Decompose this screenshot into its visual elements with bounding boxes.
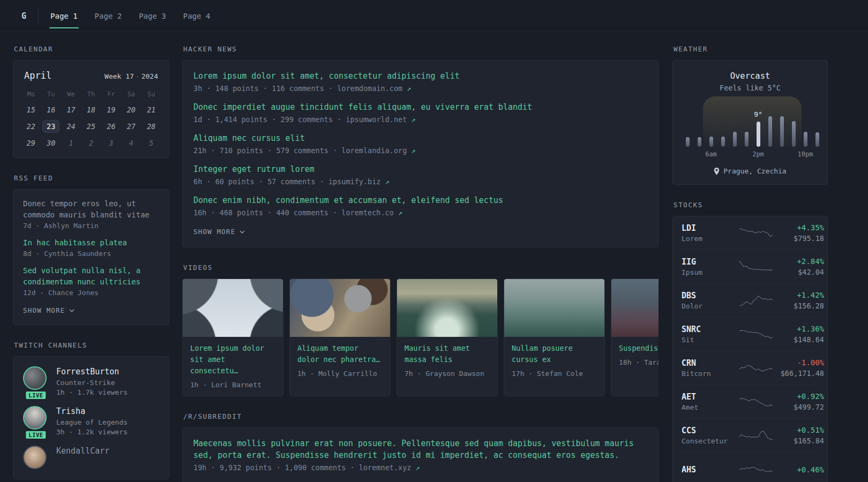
show-more-label: SHOW MORE (193, 228, 236, 236)
rss-item-title[interactable]: Sed volutpat nulla nisl, a condimentum n… (23, 265, 159, 288)
hackernews-show-more-button[interactable]: SHOW MORE (193, 228, 245, 236)
hackernews-item-domain-link[interactable]: loremlandia.org (341, 146, 411, 155)
weather-hour-bar (815, 132, 819, 147)
twitch-avatar-wrap: LIVE (23, 406, 49, 436)
twitch-avatar-wrap: LIVE (23, 366, 49, 396)
stock-row[interactable]: SNRCSit+1.36%$148.64 (682, 318, 819, 351)
avatar[interactable] (23, 366, 47, 390)
stock-name: Bitcorn (682, 370, 735, 378)
dashboard: G Page 1Page 2Page 3Page 4 CALENDAR Apri… (0, 0, 868, 482)
stock-identity: AHS (682, 465, 735, 475)
twitch-channel-name[interactable]: Trisha (56, 406, 128, 416)
video-title[interactable]: Nullam posuere cursus ex (512, 343, 597, 365)
rss-item-title[interactable]: Donec tempor eros leo, ut commodo mauris… (23, 198, 159, 221)
video-thumbnail[interactable] (290, 279, 390, 337)
subreddit-item-domain-link[interactable]: loremnet.xyz (359, 463, 416, 472)
video-title[interactable]: Suspendisse diam (619, 343, 659, 354)
video-title[interactable]: Aliquam tempor dolor nec pharetra… (297, 343, 383, 365)
videos-section-title: VIDEOS (183, 263, 659, 272)
rss-item-title[interactable]: In hac habitasse platea (23, 237, 159, 248)
stock-sparkline (738, 394, 774, 410)
video-thumbnail[interactable] (397, 279, 497, 337)
stock-row[interactable]: LDILorem+4.35%$795.18 (682, 216, 819, 250)
calendar-day: 30 (41, 135, 61, 151)
stock-row[interactable]: AETAmet+0.92%$499.72 (682, 385, 819, 419)
calendar-section-title: CALENDAR (14, 45, 169, 53)
hackernews-item: Donec imperdiet augue tincidunt felis al… (193, 101, 647, 124)
stock-row[interactable]: DBSDolor+1.42%$156.28 (682, 284, 819, 318)
hackernews-item-title[interactable]: Donec imperdiet augue tincidunt felis al… (193, 101, 647, 113)
video-card[interactable]: Nullam posuere cursus ex17h · Stefan Col… (504, 278, 605, 396)
hackernews-item-domain-link[interactable]: loremtech.co (341, 208, 398, 217)
weather-section-title: WEATHER (674, 45, 828, 53)
twitch-channel-name[interactable]: ForrestBurton (56, 366, 128, 376)
stock-change: +1.42% (777, 291, 824, 299)
hackernews-item-stats: 3h · 148 points · 116 comments · (193, 84, 337, 93)
calendar-day: 19 (101, 102, 121, 118)
stock-price: $66,171.48 (777, 369, 824, 378)
video-card[interactable]: Mauris sit amet massa felis7h · Grayson … (396, 278, 498, 396)
stock-values: +0.46% (777, 465, 824, 474)
stock-row[interactable]: AHS+0.46% (682, 453, 819, 482)
twitch-channel-category[interactable]: League of Legends (56, 418, 128, 426)
stock-price: $499.72 (777, 403, 824, 411)
stock-identity: CRNBitcorn (682, 358, 735, 378)
video-title[interactable]: Mauris sit amet massa felis (405, 343, 490, 365)
calendar-day: 2 (81, 135, 101, 151)
tab-page-1[interactable]: Page 1 (49, 0, 79, 32)
twitch-channel-name[interactable]: KendallCarr (56, 446, 109, 456)
hackernews-item-domain-link[interactable]: ipsumify.biz (328, 177, 385, 186)
stock-row[interactable]: CRNBitcorn-1.00%$66,171.48 (682, 351, 819, 385)
weather-hour-bar (780, 116, 784, 147)
stock-row[interactable]: CCSConsectetur+0.51%$165.84 (682, 419, 819, 453)
hackernews-item-domain-link[interactable]: loremdomain.com (337, 84, 407, 93)
video-thumbnail[interactable] (504, 279, 604, 337)
hackernews-item: Aliquam nec cursus elit21h · 710 points … (193, 132, 647, 155)
hackernews-item: Integer eget rutrum lorem6h · 60 points … (193, 163, 647, 186)
rss-widget: RSS FEED Donec tempor eros leo, ut commo… (13, 174, 169, 325)
stock-sparkline (738, 259, 774, 275)
avatar[interactable] (23, 406, 47, 430)
calendar-day-header: Tu (41, 87, 61, 101)
stock-sparkline (738, 462, 774, 478)
hackernews-item-meta: 6h · 60 points · 57 comments · ipsumify.… (193, 177, 647, 186)
hackernews-item-meta: 3h · 148 points · 116 comments · loremdo… (193, 84, 647, 93)
weather-widget: WEATHER Overcast Feels like 5°C 9° 6am2p… (672, 45, 828, 185)
logo[interactable]: G (21, 11, 26, 21)
external-link-icon: ↗ (407, 84, 411, 93)
rss-show-more-button[interactable]: SHOW MORE (23, 306, 74, 314)
hackernews-item: Lorem ipsum dolor sit amet, consectetur … (193, 70, 647, 93)
video-card-body: Aliquam tempor dolor nec pharetra…1h · M… (290, 337, 390, 385)
stock-row[interactable]: IIGIpsum+2.84%$42.04 (682, 250, 819, 284)
avatar[interactable] (23, 446, 47, 469)
calendar-day: 24 (61, 118, 81, 134)
video-card[interactable]: Aliquam tempor dolor nec pharetra…1h · M… (289, 278, 391, 396)
calendar-day: 4 (121, 135, 141, 151)
hackernews-item-domain-link[interactable]: ipsumworld.net (346, 115, 411, 124)
stock-symbol: SNRC (682, 325, 735, 334)
hackernews-item-title[interactable]: Integer eget rutrum lorem (193, 163, 647, 175)
daylight-band (703, 96, 802, 147)
calendar-day: 25 (81, 118, 101, 134)
hackernews-item-title[interactable]: Donec enim nibh, condimentum et accumsan… (193, 194, 647, 206)
rss-item: Donec tempor eros leo, ut commodo mauris… (23, 198, 159, 230)
video-card[interactable]: Suspendisse diam18h · Tara (611, 278, 659, 396)
video-thumbnail[interactable] (183, 279, 283, 337)
twitch-channel-meta: 1h · 1.7k viewers (56, 388, 128, 396)
subreddit-item-title[interactable]: Maecenas mollis pulvinar erat non posuer… (193, 438, 647, 461)
hackernews-widget: HACKER NEWS Lorem ipsum dolor sit amet, … (182, 45, 659, 247)
stock-name: Consectetur (682, 437, 735, 445)
video-title[interactable]: Lorem ipsum dolor sit amet consectetu… (190, 343, 275, 376)
hackernews-item-title[interactable]: Lorem ipsum dolor sit amet, consectetur … (193, 70, 647, 82)
center-column: HACKER NEWS Lorem ipsum dolor sit amet, … (182, 45, 659, 482)
tab-page-3[interactable]: Page 3 (138, 0, 167, 32)
external-link-icon: ↗ (411, 146, 415, 155)
video-card[interactable]: Lorem ipsum dolor sit amet consectetu…1h… (182, 278, 283, 396)
twitch-channel-category[interactable]: Counter-Strike (56, 379, 128, 387)
tab-page-2[interactable]: Page 2 (94, 0, 123, 32)
hackernews-item-meta: 1d · 1,414 points · 299 comments · ipsum… (193, 115, 647, 124)
hackernews-item-title[interactable]: Aliquam nec cursus elit (193, 132, 647, 144)
stock-identity: CCSConsectetur (682, 426, 735, 445)
video-thumbnail[interactable] (611, 279, 659, 337)
tab-page-4[interactable]: Page 4 (182, 0, 212, 32)
